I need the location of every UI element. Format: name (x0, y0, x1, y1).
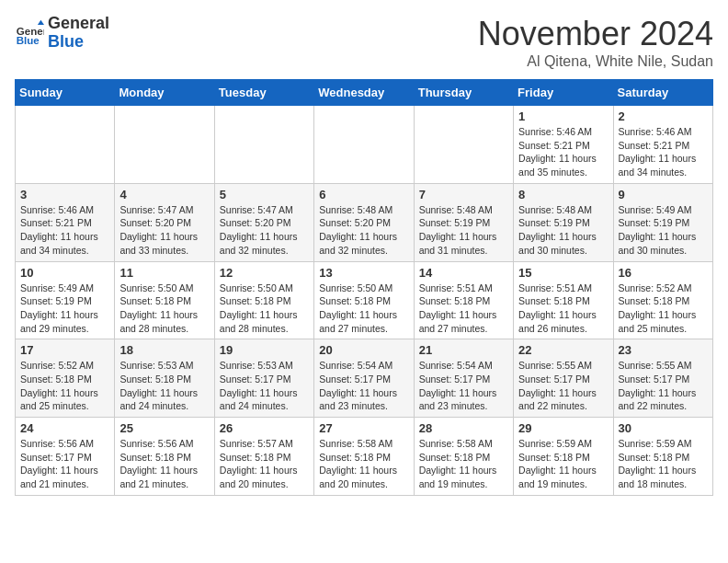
day-info: Sunrise: 5:58 AMSunset: 5:18 PMDaylight:… (319, 437, 408, 491)
day-cell: 19Sunrise: 5:53 AMSunset: 5:17 PMDayligh… (214, 339, 313, 418)
day-cell: 16Sunrise: 5:52 AMSunset: 5:18 PMDayligh… (613, 261, 712, 339)
day-cell: 20Sunrise: 5:54 AMSunset: 5:17 PMDayligh… (314, 339, 414, 418)
day-number: 3 (20, 188, 109, 201)
day-number: 29 (518, 421, 608, 435)
day-cell: 5Sunrise: 5:47 AMSunset: 5:20 PMDaylight… (214, 183, 313, 261)
day-cell: 30Sunrise: 5:59 AMSunset: 5:18 PMDayligh… (613, 418, 712, 496)
day-cell: 3Sunrise: 5:46 AMSunset: 5:21 PMDaylight… (16, 183, 115, 261)
calendar-header: SundayMondayTuesdayWednesdayThursdayFrid… (16, 80, 713, 106)
header-cell-saturday: Saturday (613, 80, 712, 106)
day-number: 15 (518, 266, 608, 280)
day-number: 26 (220, 421, 309, 435)
day-cell: 8Sunrise: 5:48 AMSunset: 5:19 PMDaylight… (514, 183, 613, 261)
day-info: Sunrise: 5:56 AMSunset: 5:18 PMDaylight:… (119, 437, 209, 491)
week-row-4: 17Sunrise: 5:52 AMSunset: 5:18 PMDayligh… (16, 339, 713, 418)
day-info: Sunrise: 5:50 AMSunset: 5:18 PMDaylight:… (220, 282, 309, 336)
day-number: 24 (20, 421, 109, 435)
day-info: Sunrise: 5:50 AMSunset: 5:18 PMDaylight:… (319, 282, 408, 336)
day-info: Sunrise: 5:58 AMSunset: 5:18 PMDaylight:… (419, 437, 508, 491)
day-number: 11 (119, 266, 209, 280)
day-info: Sunrise: 5:48 AMSunset: 5:19 PMDaylight:… (518, 203, 608, 258)
day-cell: 14Sunrise: 5:51 AMSunset: 5:18 PMDayligh… (414, 261, 513, 339)
calendar-table: SundayMondayTuesdayWednesdayThursdayFrid… (15, 79, 713, 496)
day-cell: 22Sunrise: 5:55 AMSunset: 5:17 PMDayligh… (514, 339, 613, 418)
day-number: 23 (619, 343, 708, 357)
day-info: Sunrise: 5:48 AMSunset: 5:19 PMDaylight:… (419, 203, 508, 258)
day-info: Sunrise: 5:46 AMSunset: 5:21 PMDaylight:… (518, 125, 608, 179)
header-cell-thursday: Thursday (414, 80, 513, 106)
day-info: Sunrise: 5:50 AMSunset: 5:18 PMDaylight:… (119, 282, 209, 336)
day-info: Sunrise: 5:49 AMSunset: 5:19 PMDaylight:… (619, 203, 708, 258)
day-cell: 24Sunrise: 5:56 AMSunset: 5:17 PMDayligh… (16, 418, 115, 496)
day-cell: 4Sunrise: 5:47 AMSunset: 5:20 PMDaylight… (115, 183, 214, 261)
day-cell (214, 106, 313, 184)
week-row-3: 10Sunrise: 5:49 AMSunset: 5:19 PMDayligh… (16, 261, 713, 339)
day-number: 25 (119, 421, 209, 435)
day-info: Sunrise: 5:51 AMSunset: 5:18 PMDaylight:… (419, 282, 508, 336)
day-number: 21 (419, 343, 508, 357)
day-cell: 9Sunrise: 5:49 AMSunset: 5:19 PMDaylight… (613, 183, 712, 261)
day-number: 6 (319, 188, 408, 201)
day-number: 17 (20, 343, 109, 357)
day-info: Sunrise: 5:52 AMSunset: 5:18 PMDaylight:… (619, 282, 708, 336)
day-cell: 28Sunrise: 5:58 AMSunset: 5:18 PMDayligh… (414, 418, 513, 496)
header-cell-friday: Friday (514, 80, 613, 106)
week-row-1: 1Sunrise: 5:46 AMSunset: 5:21 PMDaylight… (16, 106, 713, 184)
day-cell: 29Sunrise: 5:59 AMSunset: 5:18 PMDayligh… (514, 418, 613, 496)
day-info: Sunrise: 5:56 AMSunset: 5:17 PMDaylight:… (20, 437, 109, 491)
day-info: Sunrise: 5:46 AMSunset: 5:21 PMDaylight:… (20, 203, 109, 258)
day-cell (115, 106, 214, 184)
logo: General Blue General Blue (15, 15, 109, 52)
day-cell: 26Sunrise: 5:57 AMSunset: 5:18 PMDayligh… (214, 418, 313, 496)
day-number: 10 (20, 266, 109, 280)
day-info: Sunrise: 5:57 AMSunset: 5:18 PMDaylight:… (220, 437, 309, 491)
day-cell: 7Sunrise: 5:48 AMSunset: 5:19 PMDaylight… (414, 183, 513, 261)
week-row-2: 3Sunrise: 5:46 AMSunset: 5:21 PMDaylight… (16, 183, 713, 261)
day-number: 2 (619, 109, 708, 123)
header-row: SundayMondayTuesdayWednesdayThursdayFrid… (16, 80, 713, 106)
day-number: 9 (619, 188, 708, 201)
svg-text:Blue: Blue (17, 35, 40, 46)
day-info: Sunrise: 5:55 AMSunset: 5:17 PMDaylight:… (619, 359, 708, 413)
day-info: Sunrise: 5:55 AMSunset: 5:17 PMDaylight:… (518, 359, 608, 413)
day-number: 5 (220, 188, 309, 201)
week-row-5: 24Sunrise: 5:56 AMSunset: 5:17 PMDayligh… (16, 418, 713, 496)
header-cell-sunday: Sunday (16, 80, 115, 106)
day-number: 13 (319, 266, 408, 280)
day-info: Sunrise: 5:47 AMSunset: 5:20 PMDaylight:… (220, 203, 309, 258)
day-number: 20 (319, 343, 408, 357)
day-info: Sunrise: 5:49 AMSunset: 5:19 PMDaylight:… (20, 282, 109, 336)
calendar-body: 1Sunrise: 5:46 AMSunset: 5:21 PMDaylight… (16, 106, 713, 496)
svg-marker-2 (38, 20, 44, 25)
day-info: Sunrise: 5:51 AMSunset: 5:18 PMDaylight:… (518, 282, 608, 336)
day-cell (314, 106, 414, 184)
day-cell: 27Sunrise: 5:58 AMSunset: 5:18 PMDayligh… (314, 418, 414, 496)
day-number: 14 (419, 266, 508, 280)
day-cell: 12Sunrise: 5:50 AMSunset: 5:18 PMDayligh… (214, 261, 313, 339)
day-cell: 6Sunrise: 5:48 AMSunset: 5:20 PMDaylight… (314, 183, 414, 261)
day-cell: 13Sunrise: 5:50 AMSunset: 5:18 PMDayligh… (314, 261, 414, 339)
day-number: 28 (419, 421, 508, 435)
day-info: Sunrise: 5:53 AMSunset: 5:18 PMDaylight:… (119, 359, 209, 413)
day-cell (16, 106, 115, 184)
day-cell: 10Sunrise: 5:49 AMSunset: 5:19 PMDayligh… (16, 261, 115, 339)
day-number: 8 (518, 188, 608, 201)
day-cell: 1Sunrise: 5:46 AMSunset: 5:21 PMDaylight… (514, 106, 613, 184)
day-number: 19 (220, 343, 309, 357)
day-number: 7 (419, 188, 508, 201)
day-info: Sunrise: 5:46 AMSunset: 5:21 PMDaylight:… (619, 125, 708, 179)
day-cell: 2Sunrise: 5:46 AMSunset: 5:21 PMDaylight… (613, 106, 712, 184)
day-cell: 18Sunrise: 5:53 AMSunset: 5:18 PMDayligh… (115, 339, 214, 418)
day-number: 22 (518, 343, 608, 357)
day-cell: 15Sunrise: 5:51 AMSunset: 5:18 PMDayligh… (514, 261, 613, 339)
day-cell (414, 106, 513, 184)
day-cell: 21Sunrise: 5:54 AMSunset: 5:17 PMDayligh… (414, 339, 513, 418)
title-block: November 2024 Al Qitena, White Nile, Sud… (478, 15, 713, 70)
day-cell: 23Sunrise: 5:55 AMSunset: 5:17 PMDayligh… (613, 339, 712, 418)
day-info: Sunrise: 5:54 AMSunset: 5:17 PMDaylight:… (319, 359, 408, 413)
day-info: Sunrise: 5:48 AMSunset: 5:20 PMDaylight:… (319, 203, 408, 258)
logo-icon: General Blue (15, 18, 44, 48)
page-subtitle: Al Qitena, White Nile, Sudan (478, 53, 713, 70)
page-header: General Blue General Blue November 2024 … (15, 15, 713, 70)
day-number: 12 (220, 266, 309, 280)
